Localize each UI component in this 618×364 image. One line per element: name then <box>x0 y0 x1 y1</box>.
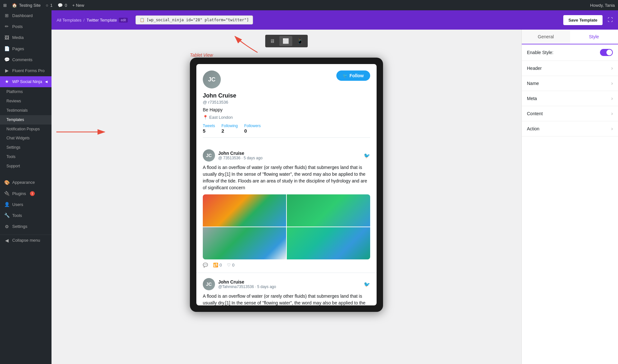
sidebar-item-plugins[interactable]: 🔌 Plugins 1 <box>0 188 52 199</box>
desktop-view-button[interactable]: 🖥 <box>267 36 278 46</box>
sidebar-item-fluent[interactable]: ▶ Fluent Forms Pro <box>0 65 52 76</box>
section-name-arrow: › <box>611 80 613 86</box>
tweet-1: JC John Cruise @ 73513536 · 5 days ago <box>196 144 377 273</box>
breadcrumb-all-templates[interactable]: All Templates <box>57 18 81 23</box>
mobile-view-button[interactable]: 📱 <box>294 36 306 46</box>
sidebar-item-settings[interactable]: ⚙ Settings <box>0 221 52 232</box>
tablet-screen[interactable]: JC 🐦 Follow John Cruise @ r73513536 Be H… <box>196 64 377 305</box>
right-panel: General Style Enable Style: Header › Nam… <box>521 30 618 364</box>
panel-section-action[interactable]: Action › <box>522 121 618 136</box>
sidebar-item-appearance[interactable]: 🎨 Appearance <box>0 177 52 188</box>
enable-style-row: Enable Style: <box>522 44 618 61</box>
sidebar-collapse-menu[interactable]: ◀ Collapse menu <box>0 235 52 246</box>
retweet-icon-1: 🔁 <box>213 263 218 267</box>
follow-button[interactable]: 🐦 Follow <box>336 70 370 81</box>
enable-style-label: Enable Style: <box>527 50 554 55</box>
profile-stats: Tweets 5 Following 2 Followers 0 <box>203 124 370 138</box>
preview-container: 🖥 ⬜ 📱 Tablet View <box>52 30 521 364</box>
sidebar-item-settings[interactable]: Settings <box>0 143 52 152</box>
desktop-icon: 🖥 <box>270 38 275 44</box>
panel-section-name[interactable]: Name › <box>522 76 618 91</box>
tab-general[interactable]: General <box>522 30 570 44</box>
pages-icon: 📄 <box>4 46 10 52</box>
tweet-2-separator: · <box>255 285 257 289</box>
profile-avatar: JC <box>203 70 221 89</box>
sidebar-item-media[interactable]: 🖼 Media <box>0 32 52 43</box>
tweet-2-name: John Cruise <box>218 279 276 285</box>
appearance-icon: 🎨 <box>4 180 10 186</box>
shortcode-icon: 📋 <box>140 18 145 22</box>
visit-counter[interactable]: ○ 1 <box>46 3 52 8</box>
tweet-1-separator: · <box>241 156 244 160</box>
tweet-1-author: John Cruise @ 73513536 · 5 days ago <box>218 151 263 160</box>
fullscreen-button[interactable]: ⛶ <box>608 17 613 23</box>
sidebar-item-comments[interactable]: 💬 Comments <box>0 54 52 65</box>
shortcode-text: [wp_social_ninja id="28" platform="twitt… <box>146 18 249 22</box>
tab-style[interactable]: Style <box>570 30 618 44</box>
followers-label: Followers <box>244 124 261 128</box>
twitter-bird-icon-2: 🐦 <box>364 281 370 287</box>
profile-location: 📍 East London <box>203 115 370 120</box>
tablet-view-label: Tablet View <box>190 52 213 58</box>
dashboard-icon: ⊞ <box>4 13 10 19</box>
retweet-button-1[interactable]: 🔁 0 <box>213 263 222 267</box>
plugins-badge: 1 <box>30 191 35 196</box>
admin-sidebar: ⊞ Dashboard ✏ Posts 🖼 Media 📄 Pages 💬 Co… <box>0 10 52 364</box>
sidebar-item-support[interactable]: Support <box>0 162 52 171</box>
media-icon: 🖼 <box>4 35 10 41</box>
panel-section-header[interactable]: Header › <box>522 61 618 76</box>
tweet-2-text: A flood is an overflow of water (or rare… <box>203 293 370 305</box>
sidebar-item-testimonials[interactable]: Testimonials <box>0 106 52 115</box>
reply-icon-1: 💬 <box>203 263 208 267</box>
comments-icon: 💬 <box>4 57 10 63</box>
sidebar-item-pages[interactable]: 📄 Pages <box>0 43 52 54</box>
following-stat: Following 2 <box>221 124 238 134</box>
site-name[interactable]: 🏠 Testing Site <box>12 3 41 8</box>
save-template-button[interactable]: Save Template <box>563 15 603 25</box>
tweet-2-handle: @Tahmina73513536 · 5 days ago <box>218 285 276 289</box>
sidebar-item-wp-social-ninja[interactable]: ★ WP Social Ninja ◀ <box>0 76 52 87</box>
device-switcher: 🖥 ⬜ 📱 <box>265 35 308 47</box>
tweet-2-avatar: JC <box>203 278 215 290</box>
sidebar-item-notification-popups[interactable]: Notification Popups <box>0 125 52 134</box>
tweets-label: Tweets <box>203 124 215 128</box>
following-label: Following <box>221 124 238 128</box>
sidebar-item-reviews[interactable]: Reviews <box>0 97 52 106</box>
enable-style-toggle[interactable] <box>600 49 613 56</box>
section-meta-label: Meta <box>527 96 537 101</box>
collapse-arrow: ◀ <box>45 79 48 84</box>
breadcrumb-separator: / <box>83 18 85 23</box>
sidebar-item-templates[interactable]: Templates <box>0 115 52 125</box>
section-action-arrow: › <box>611 126 613 132</box>
tweets-stat: Tweets 5 <box>203 124 215 134</box>
breadcrumb-current: Twitter Template <box>87 18 117 23</box>
comments-counter[interactable]: 💬 0 <box>58 3 67 8</box>
like-button-1[interactable]: ♡ 0 <box>227 263 234 267</box>
tweet-1-avatar-image: JC <box>203 149 215 162</box>
fluent-icon: ▶ <box>4 68 10 74</box>
sidebar-item-dashboard[interactable]: ⊞ Dashboard <box>0 10 52 21</box>
main-content: All Templates / Twitter Template edit 📋 … <box>52 10 618 364</box>
sidebar-item-users[interactable]: 👤 Users <box>0 199 52 210</box>
panel-section-content[interactable]: Content › <box>522 106 618 121</box>
section-header-label: Header <box>527 66 542 71</box>
shortcode-box[interactable]: 📋 [wp_social_ninja id="28" platform="twi… <box>136 15 253 24</box>
following-value: 2 <box>221 128 238 134</box>
new-item[interactable]: + New <box>72 3 84 8</box>
reply-button-1[interactable]: 💬 <box>203 263 208 267</box>
tweet-1-name: John Cruise <box>218 151 263 156</box>
panel-section-meta[interactable]: Meta › <box>522 91 618 106</box>
wordpress-logo[interactable]: ⊞ <box>3 3 7 8</box>
howdy-text: Howdy, Tania <box>590 3 615 8</box>
sidebar-item-tools[interactable]: 🔧 Tools <box>0 210 52 221</box>
mobile-icon: 📱 <box>297 38 303 44</box>
sidebar-item-platforms[interactable]: Platforms <box>0 87 52 97</box>
sidebar-item-tools[interactable]: Tools <box>0 152 52 162</box>
tweet-image-4 <box>287 227 370 259</box>
edit-badge[interactable]: edit <box>119 18 128 23</box>
tablet-view-button[interactable]: ⬜ <box>279 36 292 46</box>
twitter-bird-icon-1: 🐦 <box>364 153 370 159</box>
sidebar-item-chat-widgets[interactable]: Chat Widgets <box>0 134 52 143</box>
tablet-icon: ⬜ <box>283 38 289 44</box>
sidebar-item-posts[interactable]: ✏ Posts <box>0 21 52 32</box>
